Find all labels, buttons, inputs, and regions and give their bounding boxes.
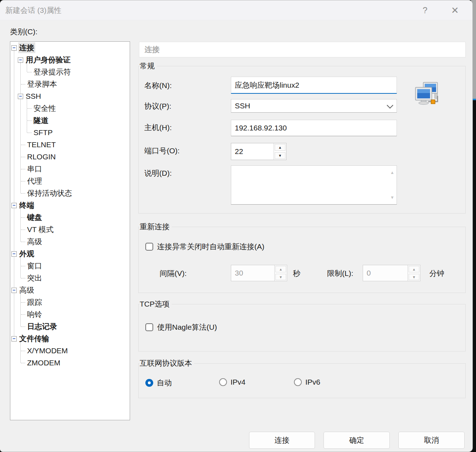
tree-connector: [27, 133, 32, 133]
ip-v4-radiorow: IPv4: [219, 378, 245, 386]
tree-item-serial[interactable]: 串口: [10, 163, 130, 175]
protocol-select-value: SSH: [235, 102, 250, 110]
tree-item-terminal[interactable]: 终端: [10, 199, 130, 211]
ok-button[interactable]: 确定: [324, 432, 390, 449]
collapse-icon[interactable]: [11, 336, 17, 341]
nagle-label: 使用Nagle算法(U): [157, 322, 217, 332]
collapse-icon[interactable]: [11, 288, 17, 293]
arrow-down-icon: ▼: [278, 154, 282, 158]
tree-connector: [21, 193, 25, 194]
tree-item-label: VT 模式: [26, 224, 55, 235]
tree-item-terminal-advanced[interactable]: 高级: [10, 236, 130, 248]
port-spin-up-button[interactable]: ▲: [275, 144, 285, 151]
chevron-down-icon: [387, 102, 393, 108]
collapse-icon[interactable]: [18, 94, 23, 99]
tree-item-xymodem[interactable]: X/YMODEM: [10, 345, 130, 357]
tree-item-label: 高级: [18, 285, 35, 296]
tree-connector: [27, 120, 32, 121]
tree-item-zmodem[interactable]: ZMODEM: [10, 357, 130, 369]
connect-button[interactable]: 连接: [249, 432, 315, 449]
tree-item-connection[interactable]: 连接: [10, 42, 130, 54]
cancel-button[interactable]: 取消: [398, 432, 465, 449]
ip-v4-radio[interactable]: [219, 378, 227, 386]
titlebar: 新建会话 (3)属性 ? ✕: [0, 0, 472, 20]
tree-item-label: 响铃: [26, 309, 43, 320]
tree-item-appearance[interactable]: 外观: [10, 248, 130, 260]
tree-item-label: 键盘: [26, 212, 43, 223]
tree-item-label: 用户身份验证: [25, 55, 72, 65]
tree-item-tunneling[interactable]: 隧道: [10, 114, 130, 127]
tree-item-label: TELNET: [26, 140, 57, 149]
description-textarea[interactable]: ▲ ▼: [231, 165, 397, 205]
tree-item-label: 串口: [26, 164, 43, 174]
tree-item-label: 跟踪: [26, 297, 43, 308]
tree-connector: [21, 242, 25, 242]
tree-connector: [21, 351, 25, 351]
name-label: 名称(N):: [144, 81, 172, 91]
tree-item-logging[interactable]: 日志记录: [10, 320, 130, 333]
tree-item-sftp[interactable]: SFTP: [10, 127, 130, 139]
host-input[interactable]: [231, 120, 397, 136]
port-value[interactable]: 22: [231, 143, 274, 160]
tree-item-proxy[interactable]: 代理: [10, 175, 130, 187]
collapse-icon[interactable]: [18, 57, 23, 63]
tree-connector: [21, 302, 25, 303]
auto-reconnect-checkbox[interactable]: [145, 243, 153, 251]
tree-item-telnet[interactable]: TELNET: [10, 139, 130, 151]
tree-connector: [21, 327, 25, 327]
tree-connector: [21, 314, 25, 315]
port-spinner: 22 ▲ ▼: [231, 143, 286, 160]
tree-connector: [21, 217, 25, 218]
limit-label: 限制(L):: [327, 268, 353, 278]
reconnect-group: 重新连接: [138, 227, 466, 293]
name-input[interactable]: [231, 77, 397, 94]
tree-item-user-authentication[interactable]: 用户身份验证: [10, 54, 130, 66]
tree-item-advanced[interactable]: 高级: [10, 284, 130, 296]
arrow-up-icon: ▲: [278, 145, 282, 149]
tree-item-login-scripts[interactable]: 登录脚本: [10, 78, 130, 90]
tree-item-keep-alive[interactable]: 保持活动状态: [10, 187, 130, 199]
cancel-button-label: 取消: [424, 435, 439, 445]
tree-item-keyboard[interactable]: 键盘: [10, 211, 130, 224]
ip-v4-label: IPv4: [231, 378, 245, 386]
dialog-title: 新建会话 (3)属性: [5, 5, 62, 15]
interval-unit: 秒: [293, 268, 300, 278]
tree-item-trace[interactable]: 跟踪: [10, 296, 130, 308]
tree-item-window[interactable]: 窗口: [10, 260, 130, 272]
ip-v6-radio[interactable]: [294, 378, 302, 386]
collapse-icon[interactable]: [11, 45, 17, 51]
help-button[interactable]: ?: [417, 3, 433, 17]
tree-item-login-prompt[interactable]: 登录提示符: [10, 66, 130, 78]
tree-item-label: 文件传输: [18, 333, 50, 344]
interval-value[interactable]: 30: [231, 265, 274, 281]
description-label: 说明(D):: [144, 168, 172, 178]
interval-spin-up-button[interactable]: ▲: [275, 266, 286, 272]
tree-item-ssh[interactable]: SSH: [10, 90, 130, 102]
collapse-icon[interactable]: [11, 251, 17, 257]
ip-auto-radio[interactable]: [145, 379, 153, 387]
tree-item-security[interactable]: 安全性: [10, 102, 130, 114]
category-label: 类别(C):: [10, 27, 37, 37]
category-tree[interactable]: 连接用户身份验证登录提示符登录脚本SSH安全性隧道SFTPTELNETRLOGI…: [10, 41, 130, 420]
limit-value[interactable]: 0: [363, 265, 408, 281]
limit-spin-up-button[interactable]: ▲: [409, 266, 419, 272]
tree-item-label: 突出: [26, 273, 43, 283]
close-icon: ✕: [451, 5, 459, 16]
tree-item-vt-modes[interactable]: VT 模式: [10, 224, 130, 236]
tree-item-label: 登录脚本: [26, 79, 58, 89]
reconnect-group-label: 重新连接: [139, 222, 172, 231]
tree-item-rlogin[interactable]: RLOGIN: [10, 151, 130, 163]
scroll-down-icon[interactable]: ▼: [390, 195, 394, 200]
tree-item-bell[interactable]: 响铃: [10, 308, 130, 320]
tree-item-highlight[interactable]: 突出: [10, 272, 130, 284]
protocol-select[interactable]: SSH: [231, 99, 397, 113]
scroll-up-icon[interactable]: ▲: [390, 170, 394, 175]
port-spin-down-button[interactable]: ▼: [275, 152, 285, 159]
interval-spin-down-button[interactable]: ▼: [275, 274, 286, 280]
collapse-icon[interactable]: [11, 203, 17, 208]
limit-spin-down-button[interactable]: ▼: [409, 274, 419, 280]
nagle-checkbox[interactable]: [145, 323, 153, 331]
close-button[interactable]: ✕: [447, 3, 463, 17]
auto-reconnect-checkrow: 连接异常关闭时自动重新连接(A): [145, 242, 264, 252]
tree-item-file-transfer[interactable]: 文件传输: [10, 333, 130, 345]
